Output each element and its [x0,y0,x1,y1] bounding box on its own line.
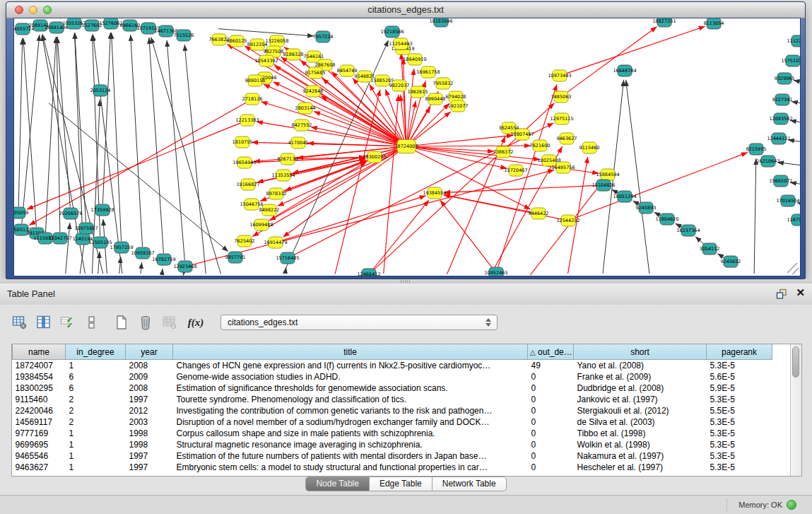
graph-edge[interactable] [149,37,164,253]
graph-node[interactable]: 5205059 [14,207,28,218]
table-cell[interactable]: 5.5E-5 [707,405,772,416]
graph-node[interactable]: 13226058 [265,35,288,47]
table-cell[interactable]: 22420046 [13,405,66,416]
graph-edge[interactable] [440,200,493,268]
graph-node[interactable]: 11804620 [655,214,678,225]
table-cell[interactable]: 1 [66,439,126,450]
graph-node[interactable]: 9860125 [227,35,247,47]
table-cell[interactable]: Genome-wide association studies in ADHD. [173,371,528,382]
graph-edge[interactable] [566,27,657,93]
table-row[interactable]: 946554611997Estimation of the future num… [13,450,772,462]
table-cell[interactable]: 5.3E-5 [707,450,772,462]
table-cell[interactable]: 5.3E-5 [707,360,772,372]
table-cell[interactable]: 5.3E-5 [707,416,772,428]
graph-node[interactable]: 9115460 [579,142,600,153]
table-cell[interactable]: 1997 [126,394,173,405]
table-cell[interactable]: Wolkin et al. (1998) [574,439,707,450]
table-cell[interactable]: 0 [528,382,574,394]
float-panel-icon[interactable] [775,288,788,300]
graph-node[interactable]: 16961758 [416,66,440,78]
table-scrollbar-thumb[interactable] [792,346,799,378]
graph-node[interactable]: 7621600 [530,140,551,151]
table-cell[interactable]: 9699695 [13,439,66,450]
graph-edge[interactable] [273,82,401,144]
table-cell[interactable]: Dudbridge et al. (2008) [574,382,707,394]
table-cell[interactable]: Estimation of the future numbers of pati… [173,450,528,462]
table-cell[interactable]: Tibbo et al. (1998) [574,428,707,439]
table-row[interactable]: 1938455462009Genome-wide association stu… [13,371,772,382]
tab-network-table[interactable]: Network Table [433,477,507,491]
table-cell[interactable]: 2012 [126,405,173,416]
graph-node[interactable]: 19166827 [236,179,259,190]
table-cell[interactable]: Embryonic stem cells: a model to study s… [173,462,528,473]
graph-edge[interactable] [498,84,557,267]
table-row[interactable]: 1830029562008Estimation of significance … [13,382,772,394]
graph-node[interactable]: 17016504 [776,195,799,206]
graph-edge[interactable] [407,69,414,140]
column-header-out-degree[interactable]: △ out_de… [528,344,574,360]
new-column-button[interactable] [112,313,131,332]
delete-columns-button[interactable] [136,313,155,332]
graph-node[interactable]: 7625402 [235,235,255,247]
graph-node[interactable]: 19218586 [380,26,404,37]
graph-edge[interactable] [218,29,314,36]
table-cell[interactable]: 2009 [126,371,173,382]
graph-node[interactable]: 17957259 [110,242,133,253]
graph-edge[interactable] [413,147,540,160]
unselect-rows-button[interactable] [82,313,102,332]
graph-node[interactable]: 12213383 [235,115,259,126]
table-cell[interactable]: 18300295 [13,382,66,394]
table-cell[interactable]: Tourette syndrome. Phenomenology and cla… [173,394,528,405]
graph-node[interactable]: 9227341 [772,94,793,105]
table-cell[interactable]: 6 [66,371,126,382]
delete-table-button[interactable]: x [160,313,180,332]
graph-node[interactable]: 17359928 [90,204,114,216]
column-header-title[interactable]: title [173,344,528,360]
graph-edge[interactable] [311,127,400,146]
table-cell[interactable]: 2008 [126,360,173,372]
graph-node[interactable]: 10973493 [548,70,571,81]
graph-node[interactable]: 15720407 [504,165,527,176]
graph-node[interactable]: 16237364 [676,225,700,236]
graph-node[interactable]: 15692071 [769,175,792,187]
graph-edge[interactable] [307,143,400,146]
graph-node[interactable]: 8113054 [704,18,724,29]
close-panel-icon[interactable]: ✕ [796,286,805,299]
graph-node[interactable]: 16099488 [249,219,273,230]
graph-edge[interactable] [566,26,705,74]
table-cell[interactable]: Estimation of significance thresholds fo… [173,382,528,394]
graph-edge[interactable] [413,135,513,146]
graph-edge[interactable] [119,257,121,274]
graph-node[interactable]: 8186328 [283,49,304,60]
table-cell[interactable]: 9465546 [13,450,66,462]
table-row[interactable]: 1456911722003Disruption of a novel membe… [13,416,772,428]
table-cell[interactable]: 5.6E-5 [707,371,772,382]
graph-edge[interactable] [151,37,221,274]
network-canvas[interactable]: 1405572420891412206914061055326715276021… [14,18,800,276]
graph-edge[interactable] [695,237,705,245]
graph-node[interactable]: 11122770 [787,35,800,47]
graph-edge[interactable] [374,103,555,270]
table-row[interactable]: 2242004622012Investigating the contribut… [13,405,772,416]
graph-node[interactable]: 9329965 [775,73,795,84]
graph-node[interactable]: 12923468 [173,261,196,272]
graph-node[interactable]: 8990448 [425,93,446,105]
column-header-in-degree[interactable]: in_degree [66,344,126,360]
graph-edge[interactable] [530,182,602,275]
table-cell[interactable]: 0 [528,416,574,428]
graph-node[interactable]: 9857791 [225,252,246,263]
table-cell[interactable]: 9115460 [13,394,66,405]
graph-edge[interactable] [141,262,142,274]
tab-edge-table[interactable]: Edge Table [370,477,433,491]
table-cell[interactable]: 5.3E-5 [707,394,772,405]
graph-node[interactable]: 16914479 [264,237,287,248]
graph-node[interactable]: 20206576 [59,208,82,219]
table-row[interactable]: 946362711997Embryonic stem cells: a mode… [13,462,772,473]
table-cell[interactable]: Nakamura et al. (1997) [574,450,707,462]
graph-node[interactable]: 2803144 [295,103,316,114]
graph-node[interactable]: 16648784 [613,65,636,76]
table-cell[interactable]: 0 [528,462,574,473]
table-cell[interactable]: 2 [66,405,126,416]
table-cell[interactable]: Franke et al. (2009) [574,371,707,382]
table-selector-dropdown[interactable]: citations_edges.txt [220,315,498,330]
